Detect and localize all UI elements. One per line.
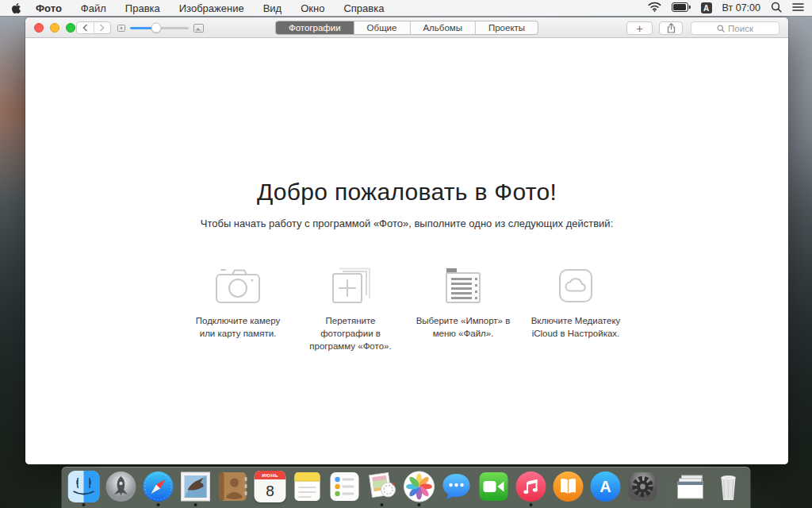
small-thumbnail-icon (117, 25, 125, 32)
facetime-icon (478, 471, 510, 502)
zoom-slider-track[interactable] (130, 27, 189, 29)
menu-app-photo[interactable]: Фото (36, 2, 62, 14)
add-button[interactable]: + (626, 21, 653, 35)
tab-photos[interactable]: Фотографии (276, 21, 354, 34)
running-indicator (82, 503, 86, 506)
step-drag-photos: Перетяните фотографии в программу «Фото»… (294, 264, 407, 352)
notification-center-icon[interactable] (792, 2, 804, 14)
running-indicator (530, 503, 533, 506)
step-caption-line: фотографии в (294, 327, 407, 340)
menu-bar: Фото Файл Правка Изображение Вид Окно Сп… (0, 0, 812, 16)
finder-icon (68, 471, 100, 502)
step-caption-line: программу «Фото». (294, 340, 407, 352)
dock-item-safari[interactable] (143, 471, 174, 508)
share-button[interactable] (659, 21, 683, 35)
running-indicator (157, 503, 160, 506)
camera-icon (213, 266, 262, 304)
reminders-icon (329, 471, 361, 502)
welcome-title: Добро пожаловать в Фото! (25, 39, 788, 206)
photo-booth-icon (366, 471, 398, 502)
search-placeholder: Поиск (728, 24, 753, 33)
calendar-month: ИЮНЬ (255, 471, 286, 479)
app-store-icon: A (590, 471, 622, 502)
step-import-menu: Выберите «Импорт» в меню «Файл». (407, 264, 519, 352)
menu-edit[interactable]: Правка (125, 2, 160, 14)
window-content: Добро пожаловать в Фото! Чтобы начать ра… (25, 39, 788, 464)
tab-projects[interactable]: Проекты (476, 21, 538, 34)
step-caption-line: iCloud в Настройках. (519, 327, 632, 340)
dock-item-app-store[interactable]: A (590, 471, 622, 508)
running-indicator (418, 503, 421, 506)
thumbnail-zoom-slider (117, 21, 204, 35)
dock-item-system-preferences[interactable] (627, 471, 659, 508)
dock-item-facetime[interactable] (478, 471, 510, 508)
back-button[interactable] (77, 22, 94, 33)
svg-text:A: A (599, 478, 611, 495)
dock-item-photo-booth[interactable] (366, 471, 398, 508)
messages-icon (441, 471, 473, 502)
menu-window[interactable]: Окно (301, 2, 324, 14)
welcome-steps: Подключите камеру или карту памяти. Пере… (25, 264, 788, 352)
dock: ИЮНЬ 8 (62, 467, 751, 508)
menu-help[interactable]: Справка (343, 2, 384, 14)
running-indicator (194, 503, 197, 506)
dock-item-mail[interactable] (180, 471, 212, 508)
input-source-indicator[interactable]: A (701, 2, 712, 13)
dock-item-itunes[interactable] (515, 471, 547, 508)
tab-albums[interactable]: Альбомы (410, 21, 476, 34)
welcome-subtitle: Чтобы начать работу с программой «Фото»,… (25, 217, 788, 229)
menu-image[interactable]: Изображение (179, 2, 244, 14)
search-field[interactable]: Поиск (691, 21, 779, 35)
import-menu-icon (442, 266, 484, 304)
dock-item-trash[interactable] (713, 471, 745, 508)
apple-menu-icon[interactable] (11, 2, 21, 14)
dock-item-notes[interactable] (292, 471, 324, 508)
battery-icon[interactable] (672, 2, 691, 14)
dock-item-contacts[interactable] (217, 471, 249, 508)
ibooks-icon (553, 471, 584, 502)
dock-separator (667, 471, 668, 506)
notes-icon (292, 471, 324, 502)
dock-item-calendar[interactable]: ИЮНЬ 8 (255, 471, 286, 508)
dock-item-finder[interactable] (68, 471, 100, 508)
fullscreen-button[interactable] (66, 23, 75, 33)
window-titlebar[interactable]: Фотографии Общие Альбомы Проекты + Поиск (25, 17, 788, 38)
add-photos-icon (328, 266, 373, 304)
step-caption-line: или карту памяти. (182, 327, 294, 340)
step-caption-line: меню «Файл». (407, 327, 519, 340)
photos-window: Фотографии Общие Альбомы Проекты + Поиск… (25, 17, 788, 464)
dock-item-launchpad[interactable] (105, 471, 137, 508)
close-button[interactable] (34, 23, 44, 33)
navigation-buttons (76, 21, 111, 34)
contacts-icon (217, 471, 249, 502)
window-stack-icon (676, 471, 707, 502)
menu-view[interactable]: Вид (263, 2, 282, 14)
calendar-day: 8 (255, 479, 286, 502)
mail-icon (180, 471, 212, 502)
tab-shared[interactable]: Общие (354, 21, 411, 34)
icloud-icon (557, 266, 594, 304)
zoom-slider-thumb[interactable] (151, 23, 162, 33)
minimize-button[interactable] (50, 23, 59, 33)
large-thumbnail-icon (193, 24, 204, 33)
menubar-clock[interactable]: Вт 07:00 (722, 2, 760, 13)
window-controls (34, 23, 75, 33)
forward-button[interactable] (94, 22, 111, 33)
launchpad-icon (105, 471, 137, 502)
dock-item-ibooks[interactable] (553, 471, 584, 508)
dock-item-reminders[interactable] (329, 471, 361, 508)
dock-item-messages[interactable] (441, 471, 473, 508)
step-icloud-library: Включите Медиатеку iCloud в Настройках. (519, 264, 632, 352)
spotlight-icon[interactable] (771, 2, 782, 15)
running-indicator (381, 503, 384, 506)
menu-file[interactable]: Файл (81, 2, 106, 14)
calendar-icon: ИЮНЬ 8 (255, 471, 286, 502)
itunes-icon (515, 471, 547, 502)
dock-item-window-stack[interactable] (676, 471, 707, 508)
search-icon (717, 25, 725, 33)
step-connect-camera: Подключите камеру или карту памяти. (182, 264, 294, 352)
dock-item-photos[interactable] (404, 471, 435, 508)
wifi-icon[interactable] (648, 2, 661, 14)
step-caption-line: Включите Медиатеку (519, 314, 632, 327)
step-caption-line: Подключите камеру (182, 314, 294, 327)
